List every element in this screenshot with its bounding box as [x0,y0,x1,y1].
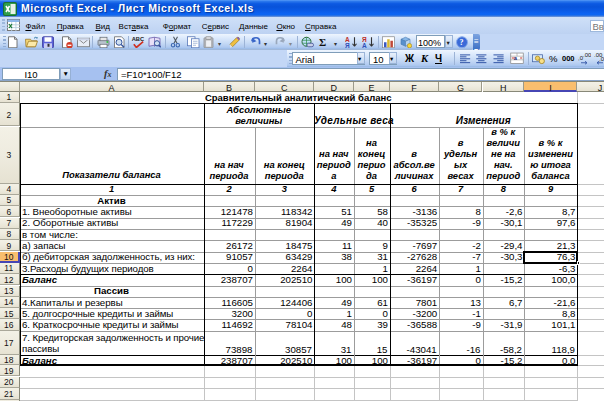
svg-text:Я: Я [345,41,350,48]
svg-text:?: ? [459,38,463,47]
svg-text:ABC: ABC [131,36,143,42]
svg-text:,0: ,0 [599,57,604,63]
svg-text:Σ: Σ [319,36,326,48]
svg-text:А: А [362,41,367,48]
svg-text:.00: .00 [583,53,591,59]
